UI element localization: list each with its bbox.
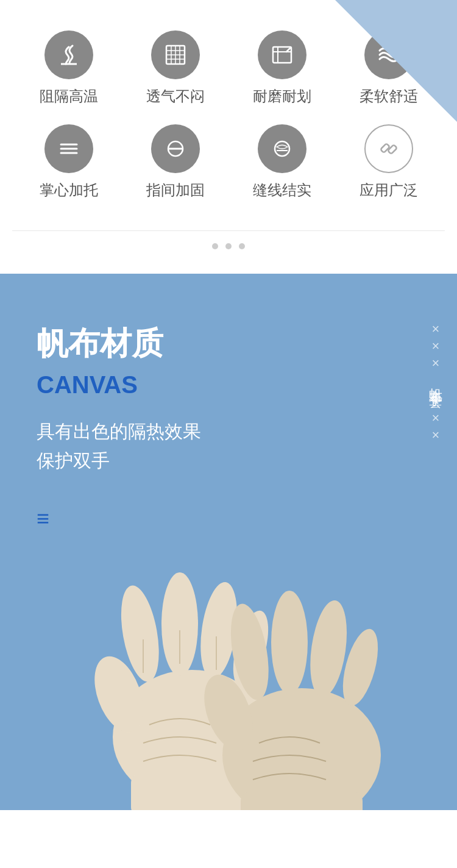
svg-point-35 bbox=[271, 591, 308, 694]
glove-svg bbox=[46, 542, 411, 810]
feature-versatile-label: 应用广泛 bbox=[360, 180, 418, 200]
stitch-icon bbox=[258, 124, 306, 173]
features-grid: 阻隔高温 透气不闷 bbox=[12, 18, 445, 212]
sidebar-cross-3: × bbox=[432, 357, 440, 370]
breathable-icon bbox=[151, 30, 200, 79]
feature-soft-label: 柔软舒适 bbox=[360, 87, 418, 106]
feature-stitch: 缝线结实 bbox=[232, 124, 332, 200]
sidebar-product-text: 帆布手套 bbox=[427, 377, 445, 387]
versatile-icon bbox=[364, 124, 413, 173]
dot-1[interactable] bbox=[212, 243, 218, 249]
dot-2[interactable] bbox=[225, 243, 232, 249]
product-desc-line1: 具有出色的隔热效果 bbox=[37, 421, 201, 441]
heat-icon bbox=[44, 30, 93, 79]
menu-icon[interactable]: ≡ bbox=[37, 506, 420, 532]
sidebar-cross-2: × bbox=[432, 340, 440, 353]
feature-finger-label: 指间加固 bbox=[146, 180, 205, 200]
sidebar-cross-4: × bbox=[432, 394, 440, 408]
product-title-cn: 帆布材质 bbox=[37, 322, 420, 365]
feature-palm: 掌心加托 bbox=[18, 124, 119, 200]
sidebar-cross-1: × bbox=[432, 322, 440, 336]
feature-breathable-label: 透气不闷 bbox=[146, 87, 205, 106]
feature-breathable: 透气不闷 bbox=[125, 30, 225, 106]
right-sidebar: × × × 帆布手套 × × × bbox=[427, 322, 445, 442]
dot-3[interactable] bbox=[239, 243, 245, 249]
feature-finger: 指间加固 bbox=[125, 124, 225, 200]
feature-heat-label: 阻隔高温 bbox=[40, 87, 98, 106]
product-title-en: CANVAS bbox=[37, 371, 420, 399]
feature-durable: 耐磨耐划 bbox=[232, 30, 332, 106]
sidebar-cross-6: × bbox=[432, 429, 440, 442]
glove-image bbox=[46, 542, 411, 810]
feature-versatile: 应用广泛 bbox=[338, 124, 439, 200]
finger-icon bbox=[151, 124, 200, 173]
product-desc-line2: 保护双手 bbox=[37, 450, 110, 471]
top-section: 阻隔高温 透气不闷 bbox=[0, 0, 457, 274]
palm-icon bbox=[44, 124, 93, 173]
soft-icon bbox=[364, 30, 413, 79]
feature-stitch-label: 缝线结实 bbox=[253, 180, 311, 200]
feature-durable-label: 耐磨耐划 bbox=[253, 87, 311, 106]
svg-rect-38 bbox=[241, 792, 363, 810]
product-description: 具有出色的隔热效果 保护双手 bbox=[37, 417, 420, 475]
feature-soft: 柔软舒适 bbox=[338, 30, 439, 106]
bottom-section: 帆布材质 CANVAS 具有出色的隔热效果 保护双手 ≡ × × × 帆布手套 … bbox=[0, 274, 457, 810]
durable-icon bbox=[258, 30, 306, 79]
feature-heat: 阻隔高温 bbox=[18, 30, 119, 106]
pagination-dots bbox=[12, 230, 445, 249]
sidebar-cross-5: × bbox=[432, 411, 440, 425]
feature-palm-label: 掌心加托 bbox=[40, 180, 98, 200]
